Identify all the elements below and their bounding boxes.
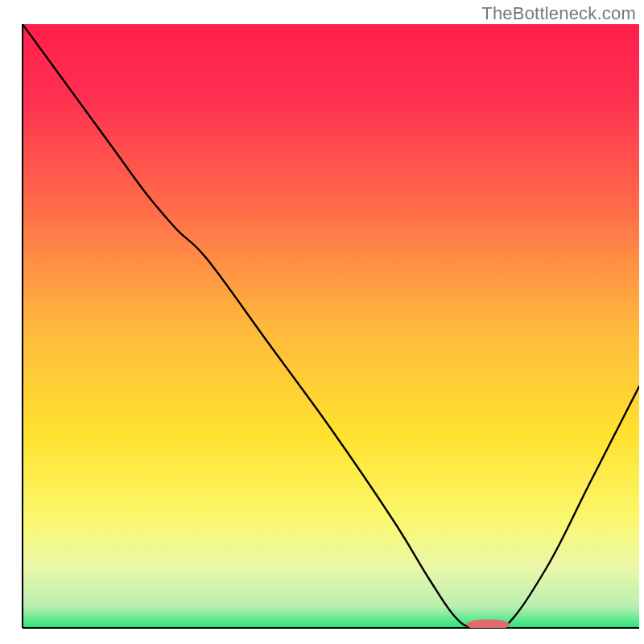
bottleneck-chart [0,0,644,644]
plot-background [23,24,639,628]
chart-frame: TheBottleneck.com [0,0,644,644]
watermark-text: TheBottleneck.com [481,3,636,24]
